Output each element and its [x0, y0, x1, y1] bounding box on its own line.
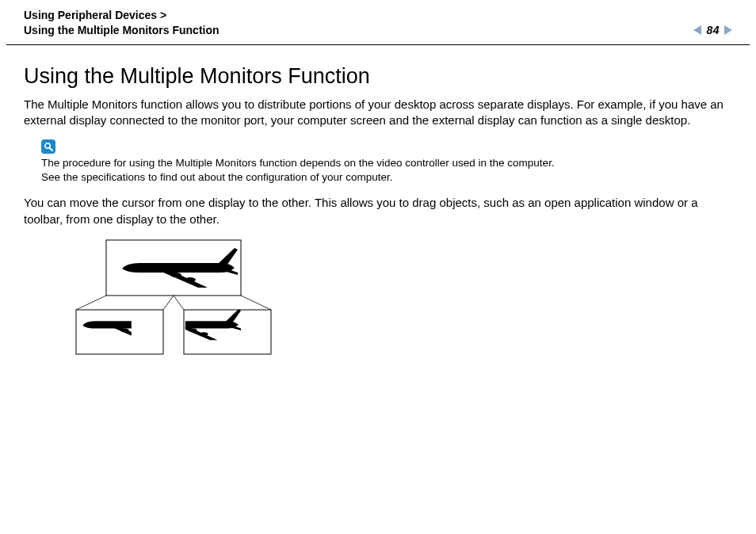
svg-point-15 [200, 332, 208, 336]
page-header: Using Peripheral Devices > Using the Mul… [0, 0, 756, 44]
svg-rect-3 [76, 310, 163, 354]
note-block: The procedure for using the Multiple Mon… [41, 139, 732, 184]
breadcrumb-current: Using the Multiple Monitors Function [24, 23, 220, 38]
svg-line-7 [174, 296, 184, 310]
note-line-2: See the specifications to find out about… [41, 170, 732, 185]
svg-line-6 [163, 296, 174, 310]
body-paragraph: You can move the cursor from one display… [24, 195, 732, 227]
note-icon [41, 139, 55, 154]
search-icon [44, 142, 53, 151]
content: Using the Multiple Monitors Function The… [0, 45, 756, 365]
breadcrumb-parent: Using Peripheral Devices > [24, 8, 220, 23]
nav-prev-icon[interactable] [693, 25, 701, 35]
svg-line-8 [241, 296, 271, 310]
note-line-1: The procedure for using the Multiple Mon… [41, 156, 732, 170]
page-title: Using the Multiple Monitors Function [24, 64, 732, 89]
page-number: 84 [706, 24, 720, 36]
svg-line-1 [50, 148, 53, 151]
svg-point-10 [185, 277, 196, 282]
svg-point-14 [189, 328, 197, 332]
breadcrumb: Using Peripheral Devices > Using the Mul… [24, 8, 220, 38]
svg-point-12 [120, 328, 129, 332]
svg-point-9 [170, 273, 181, 277]
intro-paragraph: The Multiple Monitors function allows yo… [24, 97, 732, 129]
monitors-diagram [51, 238, 288, 365]
nav-next-icon[interactable] [724, 25, 732, 35]
pager: 84 [693, 24, 732, 38]
svg-line-5 [76, 296, 106, 310]
